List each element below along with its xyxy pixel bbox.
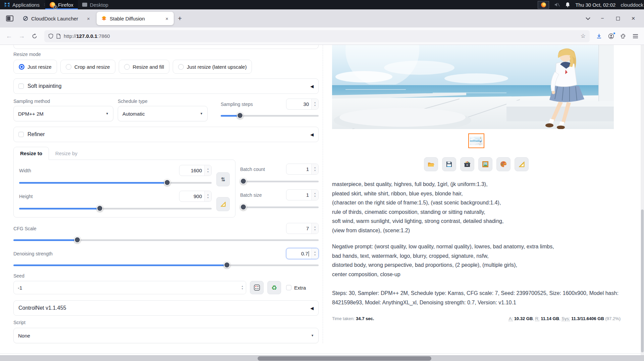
- list-all-tabs-icon[interactable]: [586, 17, 590, 20]
- number-spinner[interactable]: ▴▾: [204, 191, 211, 201]
- script-dropdown[interactable]: None ▼: [13, 328, 319, 343]
- number-spinner[interactable]: ▴▾: [311, 190, 318, 200]
- extensions-button[interactable]: [618, 31, 629, 42]
- window-maximize-button[interactable]: [614, 15, 621, 22]
- slider-handle[interactable]: [237, 112, 243, 119]
- vertical-scrollbar[interactable]: [641, 45, 644, 355]
- downloads-button[interactable]: [594, 31, 604, 42]
- soft-inpainting-checkbox[interactable]: [18, 83, 24, 89]
- tab-resize-by[interactable]: Resize by: [49, 147, 84, 160]
- extra-checkbox[interactable]: [286, 285, 291, 290]
- soft-inpainting-accordion[interactable]: Soft inpainting ◀: [13, 78, 319, 94]
- maximize-icon: [616, 17, 620, 20]
- number-spinner[interactable]: ▴▾: [311, 248, 318, 259]
- shield-icon[interactable]: [48, 34, 53, 39]
- taskbar-item-desktop[interactable]: Desktop: [78, 0, 113, 9]
- tray-firefox[interactable]: [538, 1, 549, 9]
- denoising-strength-slider[interactable]: [13, 262, 319, 268]
- back-button[interactable]: ←: [3, 31, 15, 42]
- tab-close-icon[interactable]: ×: [164, 15, 170, 22]
- send-to-inpaint-button[interactable]: [496, 157, 511, 171]
- clock[interactable]: Thu 30 Oct, 02:02: [575, 2, 615, 8]
- number-spinner[interactable]: ▴▾: [311, 99, 318, 109]
- tab-clouddock-launcher[interactable]: CloudDock Launcher ×: [18, 12, 95, 25]
- applications-menu[interactable]: Applications: [0, 0, 44, 9]
- sampling-steps-input[interactable]: 30 ▴▾: [286, 99, 319, 110]
- width-slider[interactable]: [19, 179, 212, 186]
- resize-mode-option-resize-and-fill[interactable]: Resize and fill: [119, 60, 169, 74]
- send-to-img2img-button[interactable]: [478, 157, 492, 171]
- height-slider[interactable]: [19, 205, 212, 212]
- slider-handle[interactable]: [164, 179, 170, 186]
- accordion-arrow-icon[interactable]: ◀: [310, 84, 314, 89]
- url-text[interactable]: http://127.0.0.1:7860: [64, 33, 578, 39]
- window-minimize-button[interactable]: −: [599, 15, 606, 22]
- resize-mode-option-crop-and-resize[interactable]: Crop and resize: [60, 60, 115, 74]
- number-spinner[interactable]: ▴▾: [239, 281, 246, 294]
- resize-mode-option-just-resize[interactable]: Just resize: [13, 60, 57, 74]
- cfg-scale-label: CFG Scale: [13, 226, 36, 231]
- tab-close-icon[interactable]: ×: [86, 15, 91, 22]
- vertical-scrollbar-thumb[interactable]: [641, 209, 644, 352]
- horizontal-scrollbar-thumb[interactable]: [258, 356, 431, 361]
- forward-button[interactable]: →: [16, 31, 28, 42]
- generated-image[interactable]: [332, 45, 614, 129]
- batch-size-label: Batch size: [240, 192, 262, 198]
- tab-stable-diffusion[interactable]: Stable Diffusion ×: [97, 12, 174, 25]
- taskbar-item-firefox[interactable]: 2 Firefox: [45, 0, 78, 9]
- reload-button[interactable]: [29, 31, 40, 42]
- tab-resize-to[interactable]: Resize to: [13, 147, 49, 160]
- reuse-seed-button[interactable]: ♻: [267, 281, 281, 294]
- swap-dimensions-button[interactable]: ⇅: [216, 172, 230, 186]
- batch-size-slider[interactable]: [240, 204, 319, 210]
- volume-muted-icon[interactable]: [554, 2, 560, 7]
- menu-button[interactable]: [630, 31, 641, 42]
- horizontal-scrollbar[interactable]: [0, 355, 644, 361]
- account-button[interactable]: [606, 31, 616, 42]
- dice-icon: [254, 284, 260, 291]
- cfg-scale-input[interactable]: 7 ▴▾: [286, 223, 319, 234]
- batch-count-input[interactable]: 1 ▴▾: [286, 164, 319, 175]
- save-zip-button[interactable]: [460, 157, 474, 171]
- sampling-method-dropdown[interactable]: DPM++ 2M ▼: [13, 106, 113, 121]
- bookmark-star-icon[interactable]: ☆: [581, 33, 586, 40]
- save-image-button[interactable]: [442, 157, 456, 171]
- slider-handle[interactable]: [74, 237, 80, 243]
- sampling-steps-slider[interactable]: [221, 112, 319, 119]
- accordion-arrow-icon[interactable]: ◀: [310, 132, 314, 137]
- controlnet-accordion[interactable]: ControlNet v1.1.455 ◀: [13, 300, 319, 316]
- number-spinner[interactable]: ▴▾: [204, 165, 211, 176]
- new-tab-button[interactable]: +: [174, 14, 186, 22]
- extra-seed-toggle[interactable]: Extra: [286, 285, 306, 291]
- page-info-icon[interactable]: [56, 34, 61, 39]
- accordion-arrow-icon[interactable]: ◀: [310, 306, 314, 311]
- url-bar[interactable]: http://127.0.0.1:7860 ☆: [44, 30, 590, 42]
- slider-handle[interactable]: [224, 262, 230, 268]
- send-to-extras-button[interactable]: [515, 157, 529, 171]
- firefox-view-icon[interactable]: [6, 15, 13, 21]
- batch-count-slider[interactable]: [240, 178, 319, 185]
- seed-label: Seed: [13, 273, 319, 279]
- gallery-thumbnail-selected[interactable]: [468, 133, 484, 148]
- slider-handle[interactable]: [97, 205, 103, 212]
- width-input[interactable]: 1600 ▴▾: [179, 165, 212, 176]
- window-close-button[interactable]: ×: [630, 15, 637, 22]
- cfg-scale-slider[interactable]: [13, 237, 319, 243]
- batch-size-input[interactable]: 1 ▴▾: [286, 189, 319, 200]
- triangle-ruler-icon: [518, 161, 525, 168]
- denoising-strength-input[interactable]: 0.7 ▴▾: [286, 248, 319, 259]
- schedule-type-dropdown[interactable]: Automatic ▼: [118, 106, 208, 121]
- slider-handle[interactable]: [240, 204, 247, 210]
- resize-mode-option-latent-upscale[interactable]: Just resize (latent upscale): [173, 60, 252, 74]
- number-spinner[interactable]: ▴▾: [311, 164, 318, 174]
- seed-input[interactable]: -1 ▴▾: [13, 281, 246, 294]
- number-spinner[interactable]: ▴▾: [311, 223, 318, 234]
- notifications-bell-icon[interactable]: [565, 2, 570, 7]
- height-input[interactable]: 900 ▴▾: [179, 191, 212, 202]
- random-seed-button[interactable]: [250, 281, 264, 294]
- refiner-checkbox[interactable]: [18, 132, 24, 137]
- slider-handle[interactable]: [240, 178, 247, 184]
- refiner-accordion[interactable]: Refiner ◀: [13, 127, 319, 142]
- dimensions-from-image-button[interactable]: [216, 197, 230, 211]
- open-folder-button[interactable]: [424, 157, 438, 171]
